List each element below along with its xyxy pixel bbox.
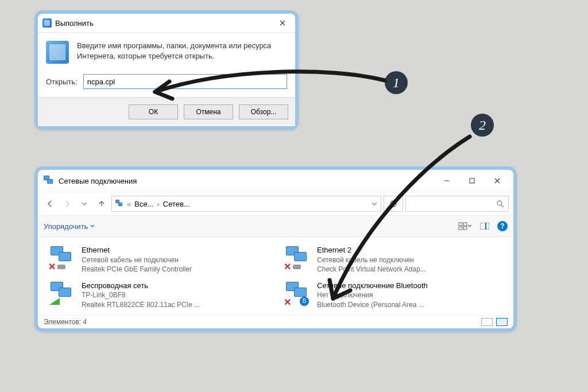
maximize-icon	[469, 178, 475, 184]
connection-device: Realtek PCIe GbE Family Controller	[82, 265, 192, 274]
view-toggle-button[interactable]	[458, 219, 472, 233]
connection-status: TP-Link_0BF8	[82, 290, 200, 300]
organize-menu[interactable]: Упорядочить	[44, 222, 95, 231]
help-button[interactable]: ?	[497, 221, 508, 231]
open-label: Открыть:	[46, 77, 78, 86]
run-large-icon	[46, 41, 69, 64]
ok-button[interactable]: ОК	[129, 104, 178, 119]
refresh-icon	[389, 200, 397, 208]
connection-item-ethernet[interactable]: ✕ Ethernet Сетевой кабель не подключен R…	[46, 243, 270, 276]
connection-name: Сетевое подключение Bluetooth	[317, 281, 428, 291]
run-title: Выполнить	[55, 19, 94, 28]
wireless-adapter-icon	[48, 281, 76, 305]
cancel-button[interactable]: Отмена	[184, 104, 233, 119]
svg-rect-0	[470, 178, 474, 183]
connection-device: Bluetooth Device (Personal Area ...	[317, 300, 428, 309]
svg-rect-5	[463, 227, 467, 230]
network-adapter-icon: ✕	[48, 245, 76, 269]
tiles-view-button[interactable]	[496, 318, 508, 326]
open-input[interactable]	[83, 74, 287, 89]
breadcrumb-sep: ›	[157, 200, 159, 208]
close-icon	[280, 20, 285, 26]
explorer-window: Сетевые подключения « Все... › Сетев...	[34, 166, 517, 332]
up-button[interactable]	[94, 196, 109, 211]
connection-item-bluetooth[interactable]: ✕B Сетевое подключение Bluetooth Нет под…	[281, 278, 505, 312]
chevron-down-icon	[82, 201, 87, 207]
navigation-bar: « Все... › Сетев...	[38, 192, 513, 216]
annotation-badge-1: 1	[385, 71, 408, 94]
chevron-down-icon[interactable]	[372, 201, 377, 207]
breadcrumb-2[interactable]: Сетев...	[163, 200, 190, 208]
run-description: Введите имя программы, папки, документа …	[77, 41, 287, 61]
connection-status: Нет подключения	[317, 290, 428, 300]
details-view-button[interactable]	[481, 318, 493, 326]
connection-status: Сетевой кабель не подключен	[82, 255, 192, 265]
svg-rect-2	[459, 223, 462, 226]
preview-icon	[480, 223, 489, 230]
view-icon	[458, 222, 467, 230]
connection-item-ethernet2[interactable]: ✕ Ethernet 2 Сетевой кабель не подключен…	[281, 243, 505, 276]
minimize-icon	[444, 178, 450, 184]
search-input[interactable]	[411, 200, 496, 208]
svg-rect-3	[463, 223, 467, 226]
bluetooth-adapter-icon: ✕B	[284, 281, 311, 305]
chevron-down-icon	[90, 224, 95, 228]
network-adapter-icon: ✕	[284, 245, 311, 269]
minimize-button[interactable]	[434, 173, 459, 188]
explorer-title: Сетевые подключения	[59, 177, 137, 185]
run-app-icon	[42, 18, 52, 28]
network-connections-icon	[44, 176, 54, 186]
close-button[interactable]	[274, 17, 291, 29]
connection-name: Ethernet 2	[317, 245, 426, 255]
breadcrumb-1[interactable]: Все...	[134, 200, 153, 208]
annotation-badge-2: 2	[471, 114, 494, 137]
arrow-right-icon	[63, 200, 71, 208]
forward-button[interactable]	[60, 196, 75, 211]
run-titlebar: Выполнить	[38, 14, 295, 33]
search-icon	[496, 200, 504, 208]
breadcrumb-sep: «	[127, 200, 131, 208]
svg-rect-4	[459, 227, 462, 230]
preview-pane-button[interactable]	[478, 219, 492, 233]
svg-rect-6	[480, 223, 489, 230]
arrow-left-icon	[46, 200, 54, 208]
window-controls	[434, 173, 510, 188]
status-bar: Элементов: 4	[38, 315, 513, 328]
explorer-titlebar: Сетевые подключения	[38, 170, 513, 192]
connection-item-wireless[interactable]: Беспроводная сеть TP-Link_0BF8 Realtek R…	[46, 278, 270, 312]
refresh-button[interactable]	[384, 196, 403, 212]
svg-point-1	[497, 201, 502, 205]
back-button[interactable]	[42, 196, 57, 211]
connection-name: Ethernet	[82, 245, 192, 255]
arrow-up-icon	[98, 200, 106, 208]
item-count: Элементов: 4	[44, 318, 87, 326]
chevron-down-icon	[467, 224, 472, 228]
browse-button[interactable]: Обзор...	[239, 104, 288, 119]
connections-grid: ✕ Ethernet Сетевой кабель не подключен R…	[38, 237, 513, 315]
connection-device: Realtek RTL8822CE 802.11ac PCIe ...	[82, 300, 200, 309]
search-box[interactable]	[405, 196, 509, 212]
run-dialog: Выполнить Введите имя программы, папки, …	[34, 10, 299, 130]
address-bar[interactable]: « Все... › Сетев...	[111, 196, 381, 212]
address-icon	[115, 200, 123, 208]
connection-device: Check Point Virtual Network Adap...	[317, 265, 426, 274]
run-button-row: ОК Отмена Обзор...	[38, 97, 295, 126]
explorer-toolbar: Упорядочить ?	[38, 216, 513, 237]
close-icon	[494, 178, 500, 184]
connection-status: Сетевой кабель не подключен	[317, 255, 426, 265]
connection-name: Беспроводная сеть	[82, 281, 200, 291]
close-button[interactable]	[485, 173, 510, 188]
recent-button[interactable]	[77, 196, 92, 211]
maximize-button[interactable]	[459, 173, 485, 188]
